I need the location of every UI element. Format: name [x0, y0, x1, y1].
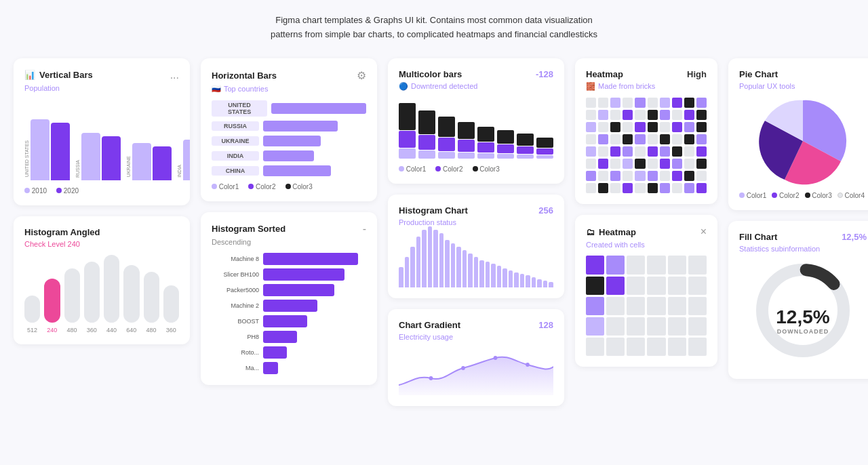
hm2-cell [668, 338, 686, 356]
fill-chart-card: Fill Chart 12,5% Statistics subinformati… [728, 221, 868, 379]
heatmap2-subtitle: Created with cells [586, 241, 645, 249]
hm-cell [598, 159, 608, 169]
vertical-bars-chart: UNITED STATESRUSSIAUKRAINEINDIA [24, 99, 179, 180]
histo-bar [543, 281, 548, 287]
hm-cell [635, 122, 645, 132]
hm-cell [684, 171, 694, 181]
hm-cell [696, 110, 707, 120]
histo-bar [537, 279, 542, 287]
hbar-legend-c1: Color1 [219, 183, 239, 190]
histogram-sorted-bars: Machine 8Slicer BH100Packer5000Machine 2… [212, 253, 366, 374]
hm2-cell [668, 256, 686, 274]
vbar-group: RUSSIA [75, 133, 121, 180]
hm-cell [684, 122, 694, 132]
hm-cell [696, 134, 707, 144]
hm-cell [672, 171, 682, 181]
histogram-angled-card: Histogram Angled Check Level 240 5122404… [14, 216, 190, 344]
sbar-name: Roto... [212, 349, 259, 356]
hm2-cell [668, 317, 686, 336]
heatmap-badge: High [687, 69, 707, 79]
svg-point-2 [494, 356, 498, 360]
heatmap-subtitle: Made from bricks [598, 82, 655, 90]
abar-label: 360 [163, 327, 179, 333]
mc-legend-c2: Color2 [443, 165, 462, 173]
hm-cell [623, 146, 633, 157]
hm-cell [586, 134, 596, 144]
sbar-row: Roto... [212, 346, 366, 359]
mbar-seg [458, 140, 475, 152]
hm-cell [660, 134, 670, 144]
vbar-light [31, 119, 50, 180]
histogram-chart-bars [399, 233, 553, 287]
hm-cell [586, 171, 596, 181]
hm2-cell [606, 277, 625, 295]
hm-cell [598, 110, 608, 120]
fill-chart-value: 12,5% [776, 306, 829, 328]
histo-bar [549, 282, 553, 287]
histo-bar [410, 247, 415, 287]
histo-bar [491, 264, 496, 287]
mc-legend-c3: Color3 [479, 165, 499, 173]
hm-cell [623, 98, 633, 108]
vbar-dark [153, 146, 172, 180]
hm2-cell [688, 277, 707, 295]
vertical-bars-menu[interactable]: ... [170, 69, 179, 81]
horizontal-bars-flag: 🇷🇺 [212, 85, 221, 94]
histo-bar [479, 260, 484, 287]
mbar-col [477, 127, 494, 159]
sbar-row: Ma... [212, 362, 366, 374]
histo-bar [439, 233, 444, 287]
mbar-seg [517, 134, 534, 146]
hbar-legend-c3: Color3 [292, 183, 312, 190]
hm2-cell [688, 317, 707, 336]
vbar-group: UKRAINE [126, 143, 172, 180]
histo-bar [462, 250, 467, 287]
histogram-angled-title: Histogram Angled [24, 227, 100, 237]
hm2-cell [586, 256, 604, 274]
chart-gradient-subtitle: Electricity usage [399, 333, 453, 341]
hm-cell [598, 122, 608, 132]
hm-cell [610, 171, 620, 181]
fill-chart-title: Fill Chart [739, 232, 777, 242]
histogram-sorted-menu[interactable]: - [363, 223, 366, 235]
hm-cell [684, 98, 694, 108]
histogram-chart-title: Histogram Chart [399, 205, 468, 216]
heatmap2-icon: 🗂 [586, 227, 595, 237]
mbar-col [497, 130, 514, 159]
vbar-label: RUSSIA [75, 160, 80, 178]
heatmap2-close[interactable]: × [701, 226, 707, 238]
hm2-cell [688, 256, 707, 274]
hbar-label: UNITED STATES [212, 100, 267, 117]
angled-bar-labels: 512240480360440640480360 [24, 327, 179, 333]
hm-cell [684, 159, 694, 169]
mbar-seg [438, 152, 455, 159]
chart-gradient-title: Chart Gradient [399, 320, 460, 330]
mbar-seg [418, 135, 435, 150]
hm-cell [623, 159, 633, 169]
histogram-sorted-card: Histogram Sorted - Descending Machine 8S… [201, 212, 377, 385]
mbar-seg [536, 138, 553, 148]
hm-cell [635, 146, 645, 157]
pie-chart-visual [739, 97, 867, 185]
hm-cell [648, 98, 658, 108]
multicolor-badge: -128 [536, 69, 553, 79]
hm-cell [623, 171, 633, 181]
horizontal-bars-menu[interactable]: ⚙ [357, 69, 366, 82]
vbar-light [81, 133, 100, 180]
multicolor-legend: Color1 Color2 Color3 [399, 165, 553, 173]
hm2-cell [586, 317, 604, 336]
hm-cell [696, 183, 707, 193]
hm-cell [672, 183, 682, 193]
hm-cell [610, 110, 620, 120]
mbar-seg [497, 144, 514, 153]
abar [104, 255, 119, 323]
vertical-bars-subtitle: Population [24, 84, 60, 92]
vertical-bars-icon: 📊 [24, 70, 35, 80]
hbar-label: CHINA [212, 166, 259, 176]
histo-bar [509, 270, 513, 287]
svg-point-3 [526, 363, 530, 367]
pie-legend-c2: Color2 [779, 192, 799, 199]
vbar-group: UNITED STATES [24, 119, 70, 180]
hm-cell [660, 159, 670, 169]
histo-bar [520, 274, 525, 287]
